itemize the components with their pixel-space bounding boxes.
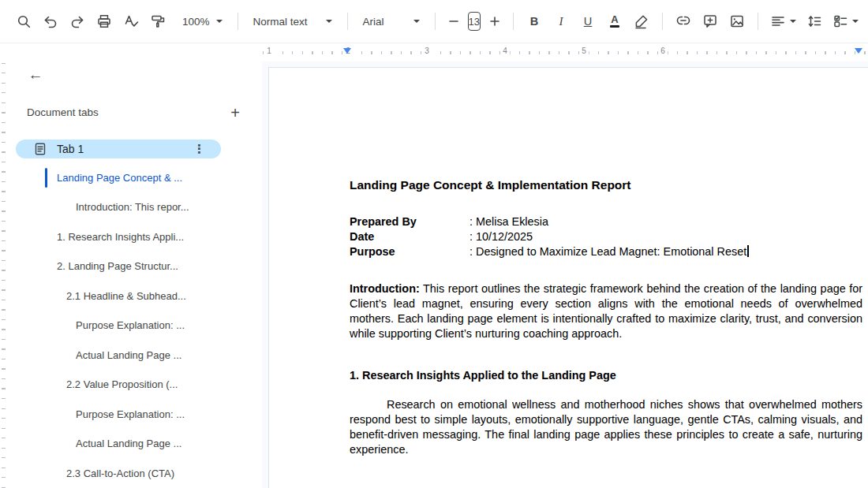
toolbar-divider <box>238 13 238 30</box>
outline-item-label: 2.3 Call-to-Action (CTA) <box>66 468 174 479</box>
document-title: Landing Page Concept & Implementation Re… <box>350 177 862 193</box>
outline-item[interactable]: 2.3 Call-to-Action (CTA) <box>46 459 262 488</box>
chevron-down-icon <box>216 20 223 23</box>
back-button[interactable]: ← <box>21 65 51 84</box>
align-select[interactable] <box>766 9 800 33</box>
checklist-icon <box>832 13 848 29</box>
meta-label: Purpose <box>350 244 470 259</box>
toolbar-divider <box>662 13 663 30</box>
outline-item-label: 2.2 Value Proposition (... <box>66 378 178 390</box>
align-left-icon <box>770 13 786 29</box>
outline-item-label: Purpose Explanation: ... <box>76 408 185 420</box>
print-button[interactable] <box>92 9 117 34</box>
underline-button[interactable]: U <box>575 9 600 34</box>
chevron-down-icon <box>852 20 859 23</box>
outline-item[interactable]: Actual Landing Page ... <box>46 341 262 371</box>
tab-item-tab1[interactable]: Tab 1 ⋮ <box>16 140 221 158</box>
undo-icon <box>43 13 58 29</box>
bulleted-list-select[interactable] <box>864 9 868 33</box>
tab-overflow-menu-button[interactable]: ⋮ <box>189 140 210 158</box>
highlight-color-button[interactable] <box>629 9 654 34</box>
font-size-value: 13 <box>469 16 480 28</box>
meta-value: : Designed to Maximize Lead Magnet: Emot… <box>470 244 749 259</box>
document-canvas: Landing Page Concept & Implementation Re… <box>262 61 868 488</box>
text-color-letter: A <box>611 15 618 24</box>
underline-label: U <box>584 15 592 28</box>
horizontal-ruler[interactable]: 1 2 3 4 5 6 <box>0 43 868 61</box>
meta-row: Date : 10/12/2025 <box>350 229 862 244</box>
outline-item-label: Introduction: This repor... <box>76 201 189 213</box>
meta-block: Prepared By : Melisa Eklesia Date : 10/1… <box>350 214 862 260</box>
outline-item[interactable]: 2.1 Headline & Subhead... <box>46 281 262 311</box>
ruler-number: 4 <box>500 47 510 56</box>
intro-text: This report outlines the strategic frame… <box>350 282 862 341</box>
intro-label: Introduction: <box>350 282 420 295</box>
spellcheck-button[interactable] <box>118 9 144 34</box>
outline-item-label: 2. Landing Page Structur... <box>57 260 178 272</box>
outline-item-label: Landing Page Concept & ... <box>57 172 182 184</box>
meta-label: Date <box>350 229 470 244</box>
document-icon <box>33 142 47 156</box>
font-select[interactable]: Arial <box>356 12 427 32</box>
outline-item[interactable]: 2. Landing Page Structur... <box>46 251 262 281</box>
insert-link-button[interactable] <box>671 9 696 34</box>
section-1-paragraph: Research on emotional wellness and mothe… <box>350 397 862 458</box>
text-cursor <box>747 245 749 257</box>
meta-row: Purpose : Designed to Maximize Lead Magn… <box>350 244 862 259</box>
outline-item[interactable]: Actual Landing Page ... <box>46 429 262 459</box>
checklist-select[interactable] <box>829 9 862 33</box>
italic-label: I <box>559 15 563 28</box>
spellcheck-icon <box>123 13 139 29</box>
meta-row: Prepared By : Melisa Eklesia <box>350 214 862 229</box>
comment-plus-icon <box>702 13 718 29</box>
menu-search-button[interactable] <box>11 9 36 34</box>
outline-item-label: 1. Research Insights Appli... <box>57 231 184 243</box>
italic-button[interactable]: I <box>548 9 574 34</box>
print-icon <box>96 13 112 29</box>
vertical-ruler[interactable] <box>0 61 11 488</box>
highlighter-icon <box>634 13 649 29</box>
paragraph-style-select[interactable]: Normal text <box>246 12 339 32</box>
google-docs-window: 100% Normal text Arial 13 B I U A <box>0 0 868 488</box>
vertical-ruler-ticks <box>2 63 6 488</box>
outline-item[interactable]: 1. Research Insights Appli... <box>46 222 262 252</box>
ruler-number: 6 <box>658 47 668 56</box>
redo-button[interactable] <box>65 9 90 34</box>
ruler-number: 5 <box>579 47 589 56</box>
right-margin-marker[interactable] <box>855 48 862 54</box>
zoom-select[interactable]: 100% <box>175 12 230 32</box>
outline-item[interactable]: Purpose Explanation: ... <box>46 400 262 430</box>
bold-button[interactable]: B <box>522 9 547 34</box>
tabs-header: Document tabs + <box>27 103 245 122</box>
outline-item[interactable]: Purpose Explanation: ... <box>46 311 262 341</box>
font-size-input[interactable]: 13 <box>468 12 481 31</box>
toolbar-divider <box>435 13 436 30</box>
intro-paragraph: Introduction: This report outlines the s… <box>350 281 862 342</box>
paint-format-button[interactable] <box>145 9 170 34</box>
increase-font-size-button[interactable] <box>485 9 505 34</box>
document-page[interactable]: Landing Page Concept & Implementation Re… <box>268 67 868 488</box>
document-tabs-sidebar: ← Document tabs + Tab 1 ⋮ Landing Page C… <box>11 61 262 488</box>
meta-label: Prepared By <box>350 214 470 229</box>
line-spacing-button[interactable] <box>802 9 827 34</box>
chevron-down-icon <box>790 20 796 23</box>
outline-item[interactable]: 2.2 Value Proposition (... <box>46 370 262 400</box>
meta-value: : Melisa Eklesia <box>470 214 548 229</box>
chevron-down-icon <box>326 20 332 23</box>
add-comment-button[interactable] <box>698 9 723 34</box>
outline-item[interactable]: Landing Page Concept & ... <box>46 163 262 193</box>
outline-item[interactable]: Introduction: This repor... <box>46 192 262 222</box>
image-icon <box>729 13 745 29</box>
text-color-button[interactable]: A <box>602 9 627 34</box>
outline-item-label: Purpose Explanation: ... <box>76 319 185 331</box>
ruler-ticks <box>263 51 868 54</box>
plus-icon <box>488 15 501 28</box>
undo-button[interactable] <box>38 9 63 34</box>
toolbar-divider <box>758 13 758 30</box>
outline-item-label: Actual Landing Page ... <box>76 349 181 361</box>
toolbar: 100% Normal text Arial 13 B I U A <box>0 0 868 43</box>
add-tab-button[interactable]: + <box>226 103 245 122</box>
insert-image-button[interactable] <box>724 9 750 34</box>
indent-marker[interactable] <box>343 48 351 54</box>
decrease-font-size-button[interactable] <box>443 9 464 34</box>
